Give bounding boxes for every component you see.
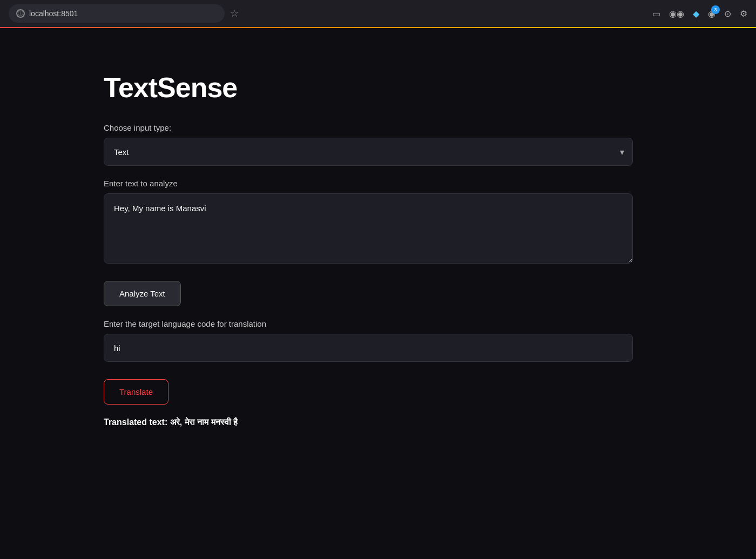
translate-button-section: Translate — [104, 375, 652, 405]
analyze-text-button[interactable]: Analyze Text — [104, 281, 181, 306]
info-icon: ⓘ — [16, 9, 25, 18]
translation-label: Enter the target language code for trans… — [104, 319, 652, 328]
camera-icon[interactable]: ⊙ — [724, 9, 731, 19]
input-type-select[interactable]: Text URL File — [104, 138, 633, 166]
app-title: TextSense — [104, 71, 652, 104]
browser-chrome: ⓘ localhost:8501 ☆ ▭ ◉◉ ◆ ◉ 3 ⊙ ⚙ — [0, 0, 756, 28]
bookmark-icon[interactable]: ☆ — [230, 8, 239, 19]
vpn-icon[interactable]: ◆ — [693, 9, 699, 19]
address-bar[interactable]: ⓘ localhost:8501 — [9, 4, 225, 23]
translate-button[interactable]: Translate — [104, 379, 168, 405]
input-type-wrapper: Text URL File ▾ — [104, 138, 633, 166]
input-type-section: Choose input type: Text URL File ▾ — [104, 123, 652, 166]
notification-badge: 3 — [711, 5, 720, 14]
translated-text-label: Translated text: — [104, 417, 167, 427]
notification-wrapper[interactable]: ◉ 3 — [708, 9, 716, 19]
text-area-label: Enter text to analyze — [104, 179, 652, 188]
text-area-section: Enter text to analyze Hey, My name is Ma… — [104, 179, 652, 264]
translation-language-section: Enter the target language code for trans… — [104, 319, 652, 362]
analyze-button-section: Analyze Text — [104, 277, 652, 306]
input-type-label: Choose input type: — [104, 123, 652, 132]
main-content: TextSense Choose input type: Text URL Fi… — [0, 28, 756, 483]
translated-text-value: अरे, मेरा नाम मनस्वी है — [170, 417, 238, 427]
translated-text-section: Translated text: अरे, मेरा नाम मनस्वी है — [104, 417, 652, 427]
extensions-icon[interactable]: ⚙ — [740, 9, 747, 19]
url-text: localhost:8501 — [29, 9, 78, 18]
browser-actions: ▭ ◉◉ ◆ ◉ 3 ⊙ ⚙ — [652, 9, 747, 19]
sound-icon[interactable]: ◉◉ — [669, 9, 684, 19]
language-code-input[interactable] — [104, 334, 633, 362]
text-input-area[interactable]: Hey, My name is Manasvi — [104, 193, 633, 264]
translated-text-result: Translated text: अरे, मेरा नाम मनस्वी है — [104, 417, 238, 427]
cast-icon[interactable]: ▭ — [652, 9, 660, 19]
